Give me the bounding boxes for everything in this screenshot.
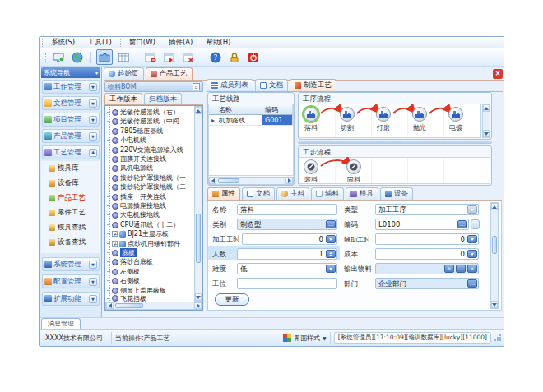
tree-item-selected[interactable]: 底板 bbox=[107, 248, 193, 257]
nav-group-system[interactable]: 系统管理▼ bbox=[42, 257, 100, 271]
chevron-down-icon[interactable] bbox=[326, 265, 336, 273]
help-icon[interactable]: ? bbox=[207, 49, 224, 65]
nav-item-part-process[interactable]: 零件工艺 bbox=[41, 205, 100, 220]
flow-node-plating[interactable] bbox=[448, 107, 463, 122]
chevron-down-icon[interactable] bbox=[467, 250, 477, 258]
chevron-down-icon[interactable]: ▼ bbox=[89, 83, 97, 91]
route-grid-row[interactable]: ▸ 机加路线 G001 bbox=[209, 115, 293, 126]
scroll-up-icon[interactable] bbox=[195, 107, 202, 114]
scroll-thumb[interactable] bbox=[492, 236, 497, 254]
tree-item[interactable]: 侧显上盖屏蔽板 bbox=[107, 286, 193, 295]
tree-item[interactable]: 面膜开关连接线 bbox=[107, 154, 193, 164]
flow-node-blanking[interactable] bbox=[304, 107, 318, 122]
name-field[interactable]: 落料 bbox=[237, 204, 337, 215]
flow-node-cutting[interactable] bbox=[340, 107, 355, 122]
tree-item[interactable]: 落纱台底板 bbox=[107, 257, 193, 266]
clear-icon[interactable]: × bbox=[467, 265, 477, 273]
nav-group-product[interactable]: 产品管理▼ bbox=[42, 129, 100, 143]
chevron-down-icon[interactable]: ▼ bbox=[89, 261, 97, 269]
tree-item-expandable[interactable]: +BJ21主显示板 bbox=[107, 229, 193, 238]
nav-group-config[interactable]: 配置管理▼ bbox=[42, 274, 100, 288]
nav-item-equipment-search[interactable]: 设备查找 bbox=[41, 235, 100, 250]
resize-grip-icon[interactable] bbox=[494, 334, 502, 342]
ellipsis-icon[interactable]: … bbox=[467, 279, 477, 288]
nav-group-document[interactable]: 文档管理▼ bbox=[42, 96, 100, 110]
scroll-up-icon[interactable] bbox=[483, 104, 490, 112]
tree-item[interactable]: 风机电源线 bbox=[107, 164, 193, 173]
menu-plugins[interactable]: 插件(A) bbox=[162, 37, 199, 48]
people-stepper[interactable]: 1 bbox=[237, 248, 337, 260]
nav-item-mold-library[interactable]: 模具库 bbox=[41, 161, 100, 176]
pin-icon[interactable]: ▫ bbox=[193, 83, 200, 90]
route-name-cell[interactable]: 机加路线 bbox=[216, 115, 262, 125]
nav-item-equipment-library[interactable]: 设备库 bbox=[41, 176, 100, 191]
chevron-down-icon[interactable]: ▼ bbox=[89, 278, 97, 286]
chevron-up-icon[interactable]: ▼ bbox=[89, 149, 97, 157]
tab-equipment[interactable]: 设备 bbox=[380, 187, 413, 200]
tree-item[interactable]: 220V交流电源输入线 bbox=[107, 145, 193, 154]
cost-field[interactable]: 0 bbox=[375, 248, 479, 260]
tree-item-expandable[interactable]: +点纱机用螺钉部件 bbox=[107, 239, 193, 248]
step-node-fixing[interactable] bbox=[346, 159, 361, 174]
category-field[interactable]: 制造型… bbox=[237, 219, 337, 230]
work-hours-field[interactable]: 0 bbox=[242, 233, 337, 245]
window-refresh-icon[interactable] bbox=[161, 49, 178, 65]
chevron-down-icon[interactable]: ▼ bbox=[89, 295, 97, 303]
folder-icon[interactable] bbox=[96, 49, 113, 65]
dept-field[interactable]: 企业部门… bbox=[375, 278, 479, 289]
bom-vertical-scrollbar[interactable] bbox=[194, 106, 202, 302]
menu-help[interactable]: 帮助(H) bbox=[199, 37, 237, 48]
tab-manufacturing-process[interactable]: 制造工艺 bbox=[290, 79, 336, 91]
tab-properties[interactable]: 属性 bbox=[207, 187, 240, 200]
nav-group-extension[interactable]: 扩展功能▼ bbox=[42, 292, 100, 306]
route-code-cell[interactable]: G001 bbox=[262, 115, 293, 125]
scroll-thumb[interactable] bbox=[218, 178, 239, 183]
tree-item[interactable]: 接纱轮护罩接地线（一 bbox=[107, 173, 193, 182]
chevron-down-icon[interactable] bbox=[467, 235, 477, 243]
menu-system[interactable]: 系统(S) bbox=[44, 37, 81, 48]
tree-item[interactable]: 插座一开关连线 bbox=[107, 192, 193, 201]
chevron-down-icon[interactable]: ▼ bbox=[89, 99, 97, 108]
tree-item[interactable]: CPU通讯线（十二） bbox=[107, 220, 193, 229]
globe-icon[interactable] bbox=[69, 49, 86, 65]
tab-documents[interactable]: 文档 bbox=[255, 79, 288, 91]
window-close-icon[interactable] bbox=[180, 49, 197, 65]
step-node-loading[interactable] bbox=[304, 159, 318, 174]
tree-item[interactable]: 电源插座接地线 bbox=[107, 201, 193, 210]
aux-hours-field[interactable]: 0 bbox=[375, 233, 479, 245]
tab-member-list[interactable]: 成员列表 bbox=[207, 79, 253, 91]
close-tab-icon[interactable]: × bbox=[493, 69, 503, 79]
scroll-thumb[interactable] bbox=[115, 303, 143, 308]
tree-item[interactable]: 大电机接地线 bbox=[107, 210, 193, 219]
ui-style-button[interactable]: 界面样式 ▼ bbox=[283, 334, 327, 343]
scroll-down-icon[interactable] bbox=[195, 293, 202, 301]
nav-item-mold-search[interactable]: 模具查找 bbox=[41, 220, 100, 235]
tree-item[interactable]: 小电机线 bbox=[107, 136, 193, 145]
column-code[interactable]: 编码 bbox=[262, 104, 293, 114]
code-field[interactable]: L0100… bbox=[375, 219, 469, 230]
ellipsis-icon[interactable]: … bbox=[326, 220, 336, 228]
form-vertical-scrollbar[interactable] bbox=[490, 202, 499, 309]
route-horizontal-scrollbar[interactable] bbox=[208, 177, 294, 185]
difficulty-select[interactable]: 低 bbox=[237, 263, 337, 274]
scroll-left-icon[interactable] bbox=[106, 302, 114, 309]
chevron-down-icon[interactable] bbox=[326, 235, 336, 243]
flow-node-grinding[interactable] bbox=[376, 107, 391, 122]
tree-item[interactable]: 飞花挡板 bbox=[107, 295, 193, 302]
nav-group-project[interactable]: 项目管理▼ bbox=[42, 113, 100, 127]
scroll-down-icon[interactable] bbox=[483, 130, 490, 137]
flow-vertical-scrollbar[interactable] bbox=[482, 104, 490, 138]
scroll-thumb[interactable] bbox=[196, 214, 201, 263]
scroll-right-icon[interactable] bbox=[285, 178, 293, 184]
menu-window[interactable]: 窗口(W) bbox=[123, 37, 162, 48]
station-field[interactable] bbox=[237, 278, 337, 289]
spinner-icon[interactable] bbox=[326, 250, 336, 258]
splitter-handle[interactable] bbox=[298, 141, 492, 144]
nav-group-process[interactable]: 工艺管理▼ bbox=[42, 145, 100, 159]
chevron-down-icon[interactable] bbox=[467, 205, 477, 214]
flow-node-polishing[interactable] bbox=[412, 107, 427, 122]
output-field[interactable]: +…× bbox=[375, 263, 479, 274]
tree-item[interactable]: 左侧板 bbox=[107, 267, 193, 276]
tab-start-page[interactable]: 起始页 bbox=[104, 67, 144, 80]
chevron-down-icon[interactable]: ▼ bbox=[89, 116, 97, 124]
